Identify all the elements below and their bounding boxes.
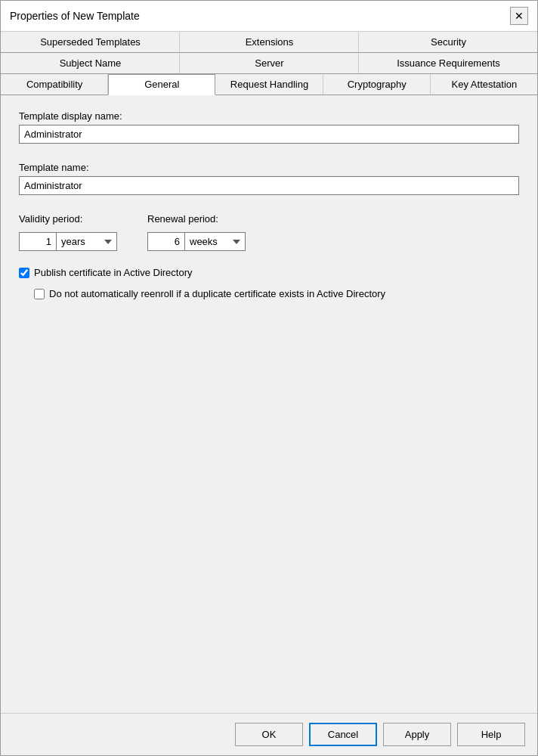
tab-subject-name[interactable]: Subject Name <box>1 53 180 73</box>
tab-general[interactable]: General <box>108 74 215 95</box>
validity-period-label: Validity period: <box>19 213 117 225</box>
renewal-period-unit-select[interactable]: hours days weeks months years <box>185 232 246 251</box>
renewal-period-label: Renewal period: <box>147 213 246 225</box>
tab-extensions[interactable]: Extensions <box>180 32 359 52</box>
validity-period-unit-select[interactable]: hours days weeks months years <box>57 232 117 251</box>
tab-row-2: Subject Name Server Issuance Requirement… <box>1 53 537 74</box>
template-name-input[interactable] <box>19 176 519 195</box>
validity-period-controls: hours days weeks months years <box>19 232 117 251</box>
close-button[interactable]: ✕ <box>510 7 528 25</box>
apply-button[interactable]: Apply <box>383 723 451 746</box>
button-bar: OK Cancel Apply Help <box>1 713 537 755</box>
checkbox-group: Publish certificate in Active Directory … <box>19 266 519 301</box>
cancel-button[interactable]: Cancel <box>309 723 377 746</box>
publish-cert-label: Publish certificate in Active Directory <box>34 266 193 280</box>
renewal-period-number-input[interactable] <box>147 232 185 251</box>
tab-server[interactable]: Server <box>180 53 359 73</box>
tab-row-1: Superseded Templates Extensions Security <box>1 32 537 53</box>
tab-superseded-templates[interactable]: Superseded Templates <box>1 32 180 52</box>
template-name-group: Template name: <box>19 162 519 195</box>
template-display-name-label: Template display name: <box>19 110 519 122</box>
template-name-label: Template name: <box>19 162 519 173</box>
tab-section: Superseded Templates Extensions Security… <box>1 32 537 95</box>
tab-compatibility[interactable]: Compatibility <box>1 74 108 94</box>
tab-issuance-requirements[interactable]: Issuance Requirements <box>359 53 537 73</box>
tab-request-handling[interactable]: Request Handling <box>215 74 323 94</box>
help-button[interactable]: Help <box>457 723 525 746</box>
renewal-period-group: Renewal period: hours days weeks months … <box>147 213 246 251</box>
tab-cryptography[interactable]: Cryptography <box>323 74 431 94</box>
validity-period-number-input[interactable] <box>19 232 57 251</box>
publish-cert-checkbox-item[interactable]: Publish certificate in Active Directory <box>19 266 519 280</box>
renewal-period-controls: hours days weeks months years <box>147 232 246 251</box>
template-display-name-input[interactable] <box>19 125 519 144</box>
tab-row-3: Compatibility General Request Handling C… <box>1 74 537 94</box>
title-bar: Properties of New Template ✕ <box>1 1 537 32</box>
dialog-title: Properties of New Template <box>10 10 140 22</box>
no-reenroll-label: Do not automatically reenroll if a dupli… <box>49 287 385 301</box>
period-row: Validity period: hours days weeks months… <box>19 213 519 251</box>
content-area: Template display name: Template name: Va… <box>1 95 537 713</box>
tab-security[interactable]: Security <box>359 32 537 52</box>
template-display-name-group: Template display name: <box>19 110 519 144</box>
no-reenroll-checkbox[interactable] <box>34 289 45 299</box>
publish-cert-checkbox[interactable] <box>19 268 29 278</box>
dialog-window: Properties of New Template ✕ Superseded … <box>0 0 538 756</box>
ok-button[interactable]: OK <box>235 723 303 746</box>
tab-key-attestation[interactable]: Key Attestation <box>431 74 537 94</box>
no-reenroll-checkbox-item[interactable]: Do not automatically reenroll if a dupli… <box>19 287 519 301</box>
validity-period-group: Validity period: hours days weeks months… <box>19 213 117 251</box>
